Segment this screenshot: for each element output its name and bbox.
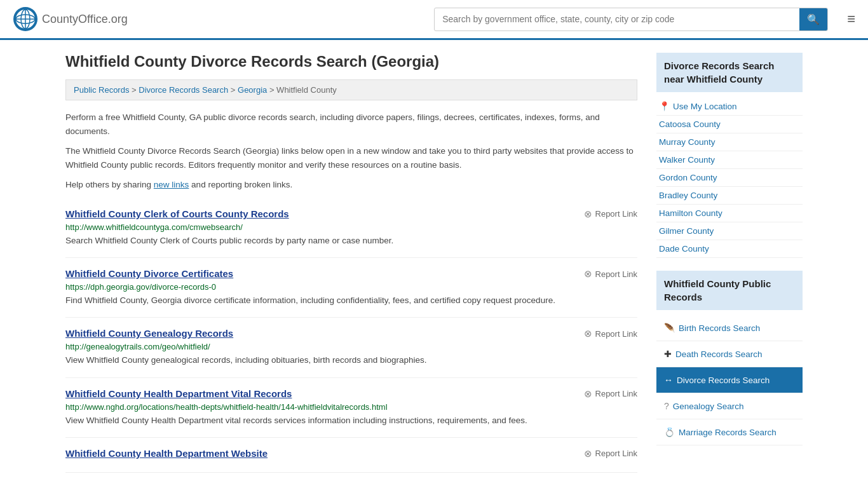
result-title-0[interactable]: Whitfield County Clerk of Courts County … xyxy=(65,208,289,219)
content-area: Whitfield County Divorce Records Search … xyxy=(65,53,637,473)
search-bar[interactable]: 🔍 xyxy=(434,8,828,31)
public-records-list: 🪶 Birth Records Search ✚ Death Records S… xyxy=(656,315,803,445)
public-record-link-1[interactable]: Death Records Search xyxy=(675,349,763,359)
report-link-1[interactable]: ⊗ Report Link xyxy=(584,268,637,280)
result-title-2[interactable]: Whitfield County Genealogy Records xyxy=(65,328,233,339)
nearby-county-link-0[interactable]: Catoosa County xyxy=(659,119,721,129)
logo-area[interactable]: CountyOffice.org xyxy=(13,6,128,32)
report-link-0[interactable]: ⊗ Report Link xyxy=(584,208,637,220)
public-records-section: Whitfield County Public Records 🪶 Birth … xyxy=(656,271,803,445)
public-record-item[interactable]: 💍 Marriage Records Search xyxy=(656,419,803,445)
public-record-link-0[interactable]: Birth Records Search xyxy=(679,323,760,333)
result-title-4[interactable]: Whitfield County Health Department Websi… xyxy=(65,448,268,459)
nearby-county-item[interactable]: Murray County xyxy=(656,133,803,151)
search-button[interactable]: 🔍 xyxy=(799,8,827,30)
result-desc-1: Find Whitfield County, Georgia divorce c… xyxy=(65,294,637,307)
nearby-county-item[interactable]: Catoosa County xyxy=(656,116,803,133)
nearby-county-item[interactable]: Bradley County xyxy=(656,187,803,205)
nearby-county-item[interactable]: Hamilton County xyxy=(656,205,803,222)
nearby-county-link-6[interactable]: Gilmer County xyxy=(659,226,714,236)
result-url-3: http://www.nghd.org/locations/health-dep… xyxy=(65,402,637,412)
breadcrumb: Public Records > Divorce Records Search … xyxy=(65,79,637,100)
result-url-1: https://dph.georgia.gov/divorce-records-… xyxy=(65,282,637,292)
nearby-county-link-7[interactable]: Dade County xyxy=(659,244,709,254)
nearby-county-item[interactable]: Gilmer County xyxy=(656,222,803,240)
nearby-county-item[interactable]: Dade County xyxy=(656,240,803,258)
public-record-link-3[interactable]: Genealogy Search xyxy=(673,402,744,411)
public-record-item[interactable]: ↔ Divorce Records Search xyxy=(656,367,803,393)
public-record-icon-2: ↔ xyxy=(664,375,673,385)
breadcrumb-current: Whitfield County xyxy=(276,85,337,95)
breadcrumb-divorce-records-search[interactable]: Divorce Records Search xyxy=(139,85,228,95)
report-link-4[interactable]: ⊗ Report Link xyxy=(584,448,637,459)
use-my-location[interactable]: 📍 Use My Location xyxy=(656,97,803,116)
new-links-link[interactable]: new links xyxy=(154,180,189,189)
intro-paragraph-2: The Whitfield County Divorce Records Sea… xyxy=(65,144,637,172)
public-record-item[interactable]: ✚ Death Records Search xyxy=(656,341,803,367)
nearby-county-link-5[interactable]: Hamilton County xyxy=(659,208,722,218)
result-desc-2: View Whitfield County genealogical recor… xyxy=(65,354,637,367)
public-record-item[interactable]: 🪶 Birth Records Search xyxy=(656,315,803,341)
page-title: Whitfield County Divorce Records Search … xyxy=(65,53,637,71)
result-desc-0: Search Whitfield County Clerk of Courts … xyxy=(65,234,637,247)
menu-icon[interactable]: ≡ xyxy=(847,11,855,27)
search-input[interactable] xyxy=(435,9,799,29)
result-item: Whitfield County Clerk of Courts County … xyxy=(65,198,637,258)
public-record-link-4[interactable]: Marriage Records Search xyxy=(679,428,776,437)
report-icon-0: ⊗ xyxy=(584,208,592,220)
public-record-item[interactable]: ? Genealogy Search xyxy=(656,393,803,419)
breadcrumb-georgia[interactable]: Georgia xyxy=(238,85,267,95)
nearby-county-link-1[interactable]: Murray County xyxy=(659,137,715,147)
nearby-county-item[interactable]: Gordon County xyxy=(656,169,803,187)
public-record-icon-3: ? xyxy=(664,401,669,411)
report-link-3[interactable]: ⊗ Report Link xyxy=(584,388,637,400)
nearby-section: Divorce Records Search near Whitfield Co… xyxy=(656,53,803,258)
main-layout: Whitfield County Divorce Records Search … xyxy=(53,40,815,485)
nearby-counties-list: Catoosa CountyMurray CountyWalker County… xyxy=(656,116,803,258)
use-location-label: Use My Location xyxy=(673,102,737,111)
result-title-3[interactable]: Whitfield County Health Department Vital… xyxy=(65,388,292,399)
result-item: Whitfield County Divorce Certificates ⊗ … xyxy=(65,258,637,318)
intro-paragraph-1: Perform a free Whitfield County, GA publ… xyxy=(65,111,637,138)
header: CountyOffice.org 🔍 ≡ xyxy=(0,0,868,40)
result-url-2: http://genealogytrails.com/geo/whitfield… xyxy=(65,342,637,351)
report-icon-3: ⊗ xyxy=(584,388,592,400)
report-icon-1: ⊗ xyxy=(584,268,592,280)
nearby-county-item[interactable]: Walker County xyxy=(656,151,803,169)
result-item: Whitfield County Health Department Websi… xyxy=(65,438,637,473)
nearby-county-link-3[interactable]: Gordon County xyxy=(659,173,717,182)
result-item: Whitfield County Health Department Vital… xyxy=(65,378,637,438)
sidebar: Divorce Records Search near Whitfield Co… xyxy=(656,53,803,473)
result-desc-3: View Whitfield County Health Department … xyxy=(65,414,637,427)
report-link-2[interactable]: ⊗ Report Link xyxy=(584,328,637,339)
public-records-header: Whitfield County Public Records xyxy=(656,271,803,310)
result-title-1[interactable]: Whitfield County Divorce Certificates xyxy=(65,268,233,279)
public-record-link-2[interactable]: Divorce Records Search xyxy=(677,376,770,385)
result-item: Whitfield County Genealogy Records ⊗ Rep… xyxy=(65,318,637,377)
search-icon: 🔍 xyxy=(807,14,820,25)
result-url-0: http://www.whitfieldcountyga.com/cmwebse… xyxy=(65,222,637,232)
logo-text: CountyOffice.org xyxy=(42,13,128,26)
report-icon-4: ⊗ xyxy=(584,448,592,459)
logo-icon xyxy=(13,6,38,32)
breadcrumb-public-records[interactable]: Public Records xyxy=(74,85,129,95)
intro-paragraph-3: Help others by sharing new links and rep… xyxy=(65,178,637,192)
report-icon-2: ⊗ xyxy=(584,328,592,339)
public-record-icon-0: 🪶 xyxy=(664,323,675,333)
nearby-county-link-4[interactable]: Bradley County xyxy=(659,191,717,200)
nearby-county-link-2[interactable]: Walker County xyxy=(659,155,715,165)
public-record-icon-4: 💍 xyxy=(664,427,675,437)
nearby-header: Divorce Records Search near Whitfield Co… xyxy=(656,53,803,92)
results-list: Whitfield County Clerk of Courts County … xyxy=(65,198,637,473)
location-icon: 📍 xyxy=(659,101,670,111)
public-record-icon-1: ✚ xyxy=(664,349,672,359)
